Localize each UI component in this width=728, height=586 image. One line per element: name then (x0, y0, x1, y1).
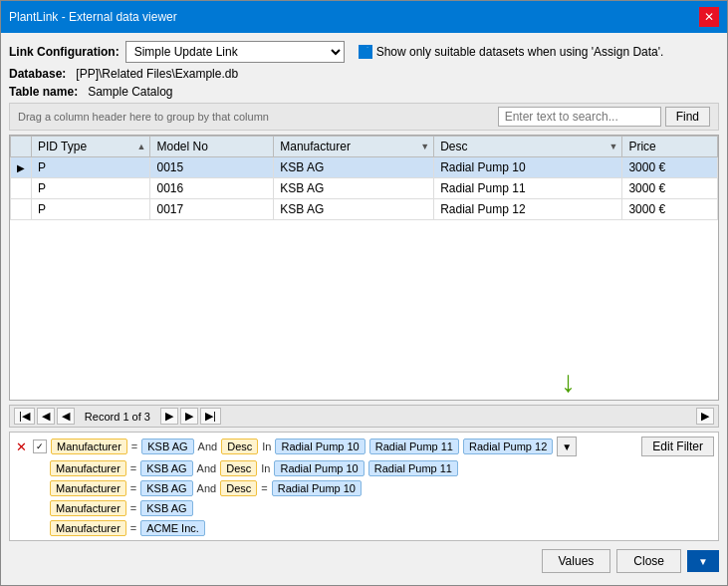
filter-row-2: Manufacturer = KSB AG And Desc In Radial… (14, 460, 714, 476)
data-table: PID Type ▲ Model No Manufacturer ▼ Desc … (10, 136, 718, 220)
blue-nav-arrow: ▼ (698, 556, 708, 567)
filter-row-main: ✕ ✓ Manufacturer = KSB AG And Desc In Ra… (14, 437, 714, 456)
values-button[interactable]: Values (542, 549, 611, 573)
cell-desc: Radial Pump 10 (434, 157, 622, 178)
filter-val-rp10-3: Radial Pump 10 (272, 480, 362, 496)
table-row[interactable]: P0016KSB AGRadial Pump 113000 € (11, 178, 718, 199)
cell-price: 3000 € (622, 178, 718, 199)
filter-field-manufacturer-3: Manufacturer (50, 480, 126, 496)
filter-check[interactable]: ✓ (33, 440, 47, 453)
nav-first-button[interactable]: |◀ (14, 408, 35, 425)
close-button[interactable]: Close (616, 549, 681, 573)
blue-nav-indicator: ▼ (687, 550, 719, 572)
cell-pid-type: P (32, 178, 150, 199)
col-manufacturer[interactable]: Manufacturer ▼ (274, 137, 434, 157)
database-value: [PP]\Related Files\Example.db (76, 67, 238, 81)
col-price[interactable]: Price (622, 137, 718, 157)
cell-desc: Radial Pump 12 (434, 199, 622, 220)
table-name-row: Table name: Sample Catalog (9, 85, 719, 99)
show-suitable-checkbox[interactable]: ✓ (359, 45, 372, 59)
nav-scroll-right-button[interactable]: ▶ (696, 408, 714, 425)
cell-desc: Radial Pump 11 (434, 178, 622, 199)
filter-icon-desc: ▼ (608, 142, 617, 151)
filter-val-rp12-1: Radial Pump 12 (463, 439, 553, 454)
link-config-label: Link Configuration: (9, 45, 120, 59)
cell-manufacturer: KSB AG (274, 157, 434, 178)
filter-remove-button[interactable]: ✕ (14, 440, 29, 454)
cell-manufacturer: KSB AG (274, 178, 434, 199)
content-area: Link Configuration: Simple Update Link ✓… (1, 33, 727, 585)
col-desc[interactable]: Desc ▼ (434, 137, 622, 157)
col-pid-type[interactable]: PID Type ▲ (32, 137, 150, 157)
filter-val-ksbag-4: KSB AG (140, 500, 192, 516)
filter-op-eq-4: = (130, 502, 136, 514)
nav-last-button[interactable]: ▶| (200, 408, 221, 425)
nav-next-step-button[interactable]: ▶ (160, 408, 178, 425)
nav-next-button[interactable]: ▶ (180, 408, 198, 425)
filter-op-eq-1: = (131, 440, 137, 452)
filter-val-rp10-2: Radial Pump 10 (274, 460, 364, 476)
filter-op-eq-5: = (130, 522, 136, 534)
link-config-row: Link Configuration: Simple Update Link ✓… (9, 41, 719, 63)
table-body: ▶P0015KSB AGRadial Pump 103000 €P0016KSB… (11, 157, 718, 220)
cell-price: 3000 € (622, 157, 718, 178)
sort-icon-pid-type: ▲ (137, 142, 146, 151)
row-indicator (11, 178, 32, 199)
filter-field-manufacturer-2: Manufacturer (50, 460, 126, 476)
filter-section: ✕ ✓ Manufacturer = KSB AG And Desc In Ra… (9, 432, 719, 541)
nav-prev-button[interactable]: ◀ (37, 408, 55, 425)
search-area: Find (498, 107, 710, 127)
filter-val-rp10-1: Radial Pump 10 (275, 439, 364, 454)
search-input[interactable] (498, 107, 661, 127)
main-window: PlantLink - External data viewer ✕ Link … (0, 0, 728, 586)
filter-op-eq-desc-3: = (261, 482, 267, 494)
filter-op-eq-2: = (130, 462, 136, 474)
table-row[interactable]: P0017KSB AGRadial Pump 123000 € (11, 199, 718, 220)
filter-field-manufacturer-1: Manufacturer (51, 439, 127, 454)
filter-val-acme-5: ACME Inc. (140, 520, 205, 536)
cell-model-no: 0017 (150, 199, 274, 220)
col-model-no[interactable]: Model No (150, 137, 274, 157)
filter-val-ksbag-2: KSB AG (140, 460, 192, 476)
nav-prev-step-button[interactable]: ◀ (57, 408, 75, 425)
filter-op-in-2: In (261, 462, 270, 474)
bottom-buttons: Values Close ▼ (9, 545, 719, 577)
find-button[interactable]: Find (665, 107, 710, 127)
window-title: PlantLink - External data viewer (9, 10, 177, 24)
show-suitable-container: ✓ Show only suitable datasets when using… (359, 45, 664, 59)
cell-pid-type: P (32, 157, 150, 178)
filter-field-manufacturer-4: Manufacturer (50, 500, 126, 516)
table-name-label: Table name: (9, 85, 78, 99)
cell-model-no: 0015 (150, 157, 274, 178)
filter-val-rp11-1: Radial Pump 11 (369, 439, 459, 454)
edit-filter-button[interactable]: Edit Filter (641, 437, 714, 456)
filter-op-eq-3: = (130, 482, 136, 494)
drag-search-bar: Drag a column header here to group by th… (9, 103, 719, 131)
nav-bar: |◀ ◀ ◀ Record 1 of 3 ▶ ▶ ▶| ▶ (9, 405, 719, 428)
cell-pid-type: P (32, 199, 150, 220)
filter-field-desc-1: Desc (221, 439, 258, 454)
filter-dropdown-button[interactable]: ▼ (557, 437, 577, 456)
filter-op-in-1: In (262, 440, 271, 452)
row-indicator (11, 199, 32, 220)
cell-manufacturer: KSB AG (274, 199, 434, 220)
data-table-container[interactable]: PID Type ▲ Model No Manufacturer ▼ Desc … (9, 135, 719, 401)
table-wrapper: PID Type ▲ Model No Manufacturer ▼ Desc … (9, 135, 719, 401)
table-row[interactable]: ▶P0015KSB AGRadial Pump 103000 € (11, 157, 718, 178)
link-config-select[interactable]: Simple Update Link (125, 41, 345, 63)
filter-field-manufacturer-5: Manufacturer (50, 520, 126, 536)
nav-record-text: Record 1 of 3 (77, 411, 158, 423)
filter-row-3: Manufacturer = KSB AG And Desc = Radial … (14, 480, 714, 496)
filter-row-4: Manufacturer = KSB AG (14, 500, 714, 516)
filter-field-desc-2: Desc (220, 460, 257, 476)
filter-op-and-3: And (197, 482, 217, 494)
database-label: Database: (9, 67, 66, 81)
filter-val-ksbag-1: KSB AG (141, 439, 193, 454)
cell-price: 3000 € (622, 199, 718, 220)
close-window-button[interactable]: ✕ (699, 7, 719, 27)
show-suitable-text: Show only suitable datasets when using '… (376, 45, 664, 59)
title-bar: PlantLink - External data viewer ✕ (1, 1, 727, 33)
filter-op-and-2: And (197, 462, 217, 474)
row-indicator: ▶ (11, 157, 32, 178)
filter-field-desc-3: Desc (220, 480, 257, 496)
